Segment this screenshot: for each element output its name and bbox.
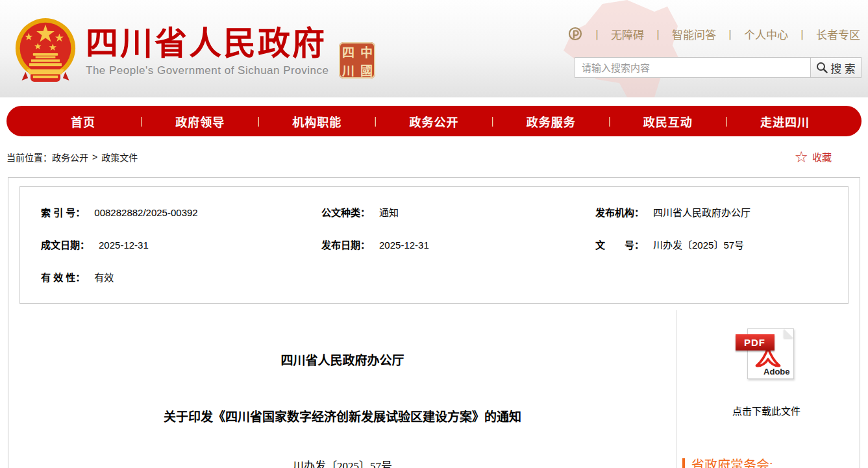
content-panel: 索 引 号：008282882/2025-00392 公文种类：通知 发布机构：… — [8, 177, 860, 468]
search-button[interactable]: 搜 索 — [811, 57, 862, 78]
link-senior-zone[interactable]: 长者专区 — [816, 26, 860, 42]
meta-value: 通知 — [379, 207, 399, 218]
meta-issuing-agency: 发布机构：四川省人民政府办公厅 — [595, 205, 827, 219]
meta-written-date: 成文日期：2025-12-31 — [41, 238, 321, 251]
site-header: 四川省人民政府 The People's Government of Sichu… — [0, 0, 868, 97]
search-input[interactable] — [575, 57, 811, 78]
meta-doc-number: 文 号：川办发〔2025〕57号 — [595, 238, 827, 251]
favorite-button[interactable]: ☆ 收藏 — [794, 149, 832, 165]
pdf-download-link[interactable]: Adobe PDF — [682, 328, 850, 380]
seal-char: 川 — [339, 60, 357, 79]
seal-char: 國 — [357, 60, 375, 79]
meta-value: 2025-12-31 — [99, 240, 149, 251]
seal-char: 四 — [339, 42, 357, 60]
breadcrumb-policy-files[interactable]: 政策文件 — [101, 151, 138, 164]
document-issuer: 四川省人民政府办公厅 — [8, 351, 676, 368]
nav-divider: | — [257, 116, 260, 127]
meta-label: 索 引 号： — [41, 207, 85, 218]
adobe-brand-label: Adobe — [763, 367, 789, 376]
meta-doc-type: 公文种类：通知 — [321, 205, 595, 219]
brand-block[interactable]: 四川省人民政府 The People's Government of Sichu… — [14, 17, 375, 86]
star-icon: ☆ — [794, 149, 808, 165]
meta-label: 成文日期： — [41, 240, 90, 251]
divider: 丨 — [797, 26, 808, 42]
meta-value: 2025-12-31 — [379, 240, 429, 251]
meta-label: 有 效 性： — [41, 272, 85, 283]
link-personal-center[interactable]: 个人中心 — [744, 26, 788, 42]
pdf-fold-corner — [784, 329, 793, 338]
breadcrumb-prefix: 当前位置： — [6, 151, 52, 164]
divider: 丨 — [652, 26, 663, 42]
meta-value: 008282882/2025-00392 — [94, 207, 197, 218]
site-title-block: 四川省人民政府 The People's Government of Sichu… — [86, 26, 329, 77]
pdf-tag-label: PDF — [736, 334, 775, 351]
nav-divider: | — [491, 116, 494, 127]
meta-label: 发布日期： — [321, 240, 370, 251]
nav-divider: | — [374, 116, 377, 127]
breadcrumb-row: 当前位置： 政务公开 > 政策文件 ☆ 收藏 — [0, 136, 868, 177]
document-main: 四川省人民政府办公厅 关于印发《四川省国家数字经济创新发展试验区建设方案》的通知… — [8, 310, 676, 468]
site-title: 四川省人民政府 — [86, 26, 329, 62]
link-accessibility[interactable]: 无障碍 — [611, 26, 644, 42]
executive-meeting-section: 省政府常务会: ·四川省人民政府第62次常务会议 — [682, 455, 850, 468]
pdf-icon: Adobe PDF — [736, 328, 798, 380]
section-title-label: 省政府常务会: — [691, 455, 773, 468]
document-body-row: 四川省人民政府办公厅 关于印发《四川省国家数字经济创新发展试验区建设方案》的通知… — [8, 310, 860, 468]
nav-divider: | — [608, 116, 611, 127]
orange-bar — [682, 458, 685, 468]
document-title: 关于印发《四川省国家数字经济创新发展试验区建设方案》的通知 — [8, 407, 676, 425]
meta-validity: 有 效 性：有效 — [41, 270, 321, 284]
breadcrumb-separator: > — [92, 152, 97, 162]
breadcrumb-gov-affairs[interactable]: 政务公开 — [52, 151, 88, 164]
meta-value: 川办发〔2025〕57号 — [653, 240, 744, 251]
nav-item-gov-services[interactable]: 政务服务 — [494, 113, 608, 130]
meta-publish-date: 发布日期：2025-12-31 — [321, 238, 595, 251]
search-button-label: 搜 索 — [830, 60, 856, 76]
nav-item-interaction[interactable]: 政民互动 — [611, 113, 725, 130]
download-file-label[interactable]: 点击下载此文件 — [682, 404, 850, 417]
accessibility-p-icon[interactable] — [567, 27, 583, 42]
nav-divider: | — [725, 116, 728, 127]
nav-item-gov-affairs[interactable]: 政务公开 — [377, 113, 491, 130]
nav-item-gov-leaders[interactable]: 政府领导 — [143, 113, 257, 130]
right-sidebar: Adobe PDF 点击下载此文件 省政府常务会: ·四川省人民政府第62次常务… — [676, 310, 860, 468]
seal-char: 中 — [357, 42, 375, 60]
meta-label: 文 号： — [595, 240, 644, 251]
site-subtitle: The People's Government of Sichuan Provi… — [86, 64, 329, 77]
divider: 丨 — [725, 26, 736, 42]
divider: 丨 — [591, 26, 602, 42]
document-meta-box: 索 引 号：008282882/2025-00392 公文种类：通知 发布机构：… — [19, 186, 849, 304]
section-title-executive-meetings[interactable]: 省政府常务会: — [682, 455, 850, 468]
link-smart-qa[interactable]: 智能问答 — [672, 26, 716, 42]
national-emblem-icon — [14, 17, 77, 86]
utility-links: 丨 无障碍 丨 智能问答 丨 个人中心 丨 长者专区 — [567, 26, 860, 42]
search-bar: 搜 索 — [575, 57, 862, 78]
main-nav: 首页 | 政府领导 | 机构职能 | 政务公开 | 政务服务 | 政民互动 | … — [6, 106, 862, 136]
nav-item-org-functions[interactable]: 机构职能 — [260, 113, 374, 130]
meta-value: 四川省人民政府办公厅 — [653, 207, 750, 218]
nav-divider: | — [140, 116, 143, 127]
nav-item-enter-sichuan[interactable]: 走进四川 — [728, 113, 842, 130]
document-number: 川办发〔2025〕57号 — [8, 457, 676, 468]
meta-label: 发布机构： — [595, 207, 644, 218]
meta-label: 公文种类： — [321, 207, 370, 218]
meta-value: 有效 — [94, 272, 114, 283]
search-icon — [816, 62, 828, 73]
favorite-label: 收藏 — [812, 150, 832, 164]
sichuan-map-watermark — [557, 0, 693, 97]
china-sichuan-seal-icon: 中 四 國 川 — [339, 42, 375, 79]
meta-index-number: 索 引 号：008282882/2025-00392 — [41, 205, 321, 219]
nav-item-home[interactable]: 首页 — [26, 113, 140, 130]
